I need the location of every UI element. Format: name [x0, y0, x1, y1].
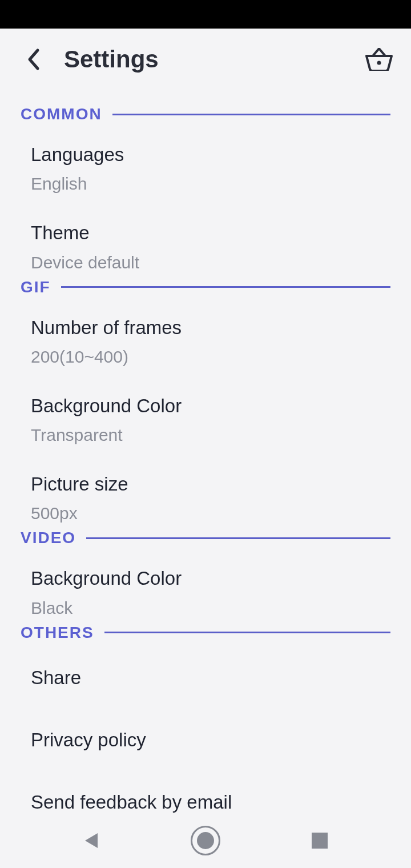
section-header-video: VIDEO — [21, 529, 390, 547]
setting-title: Number of frames — [31, 316, 390, 339]
basket-button[interactable] — [364, 45, 394, 74]
setting-number-of-frames[interactable]: Number of frames 200(10~400) — [21, 296, 390, 380]
settings-list: COMMON Languages English Theme Device de… — [0, 105, 411, 856]
section-label: VIDEO — [21, 529, 76, 547]
section-header-gif: GIF — [21, 278, 390, 296]
setting-title: Languages — [31, 143, 390, 166]
back-button[interactable] — [21, 47, 46, 72]
action-label: Privacy policy — [31, 728, 390, 752]
setting-value: Device default — [31, 253, 390, 272]
setting-theme[interactable]: Theme Device default — [21, 207, 390, 278]
action-label: Send feedback by email — [31, 790, 390, 814]
section-video: VIDEO Background Color Black — [21, 529, 390, 623]
setting-gif-background-color[interactable]: Background Color Transparent — [21, 380, 390, 459]
setting-value: Transparent — [31, 425, 390, 445]
section-label: OTHERS — [21, 624, 94, 642]
triangle-back-icon — [82, 831, 101, 850]
system-nav-bar — [0, 813, 411, 868]
setting-value: Black — [31, 598, 390, 618]
setting-value: 500px — [31, 504, 390, 523]
nav-back-button[interactable] — [68, 818, 114, 863]
page-title: Settings — [64, 46, 364, 73]
section-divider — [112, 114, 390, 115]
setting-title: Picture size — [31, 472, 390, 496]
section-header-common: COMMON — [21, 105, 390, 123]
section-divider — [104, 632, 390, 633]
section-label: GIF — [21, 278, 51, 296]
basket-icon — [365, 48, 393, 71]
section-gif: GIF Number of frames 200(10~400) Backgro… — [21, 278, 390, 529]
setting-value: English — [31, 174, 390, 194]
nav-home-button[interactable] — [183, 818, 228, 863]
setting-title: Background Color — [31, 394, 390, 417]
action-privacy-policy[interactable]: Privacy policy — [21, 709, 390, 771]
square-recents-icon — [312, 833, 328, 849]
setting-languages[interactable]: Languages English — [21, 123, 390, 207]
chevron-left-icon — [26, 48, 40, 71]
setting-video-background-color[interactable]: Background Color Black — [21, 547, 390, 623]
app-header: Settings — [0, 29, 411, 90]
action-label: Share — [31, 666, 390, 689]
action-share[interactable]: Share — [21, 642, 390, 709]
svg-point-0 — [377, 61, 381, 65]
section-common: COMMON Languages English Theme Device de… — [21, 105, 390, 278]
status-bar — [0, 0, 411, 29]
circle-home-icon — [191, 826, 220, 855]
section-label: COMMON — [21, 105, 102, 123]
setting-picture-size[interactable]: Picture size 500px — [21, 459, 390, 529]
setting-title: Theme — [31, 221, 390, 244]
svg-marker-1 — [85, 833, 98, 848]
nav-recents-button[interactable] — [297, 818, 342, 863]
setting-value: 200(10~400) — [31, 347, 390, 367]
section-header-others: OTHERS — [21, 624, 390, 642]
section-divider — [86, 537, 390, 539]
section-divider — [61, 286, 390, 288]
setting-title: Background Color — [31, 566, 390, 590]
